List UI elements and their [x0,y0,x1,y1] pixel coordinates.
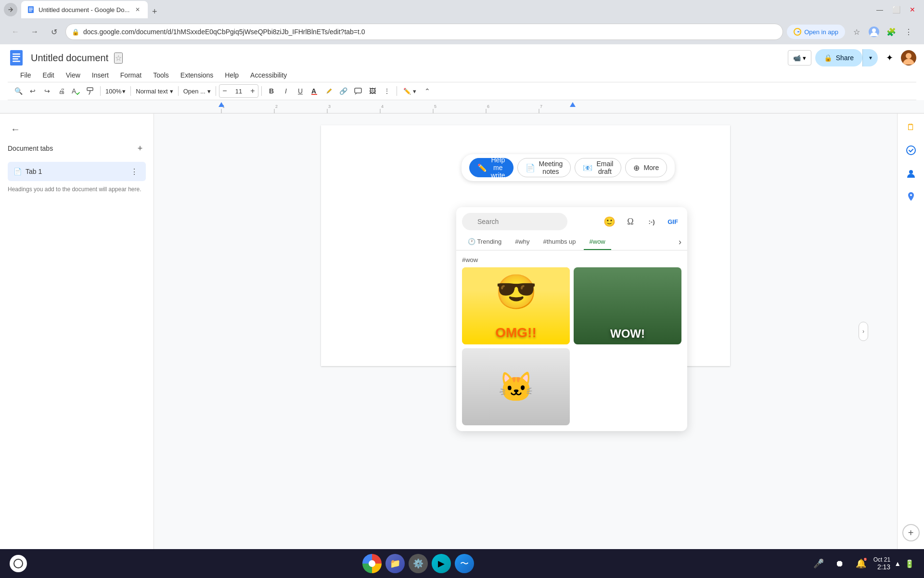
search-toolbar-button[interactable]: 🔍 [12,84,25,98]
browser-tab-active[interactable]: Untitled document - Google Do... ✕ [21,1,148,18]
record-button[interactable]: ⏺ [831,555,848,572]
wow-tab[interactable]: #wow [584,234,611,250]
italic-button[interactable]: I [279,84,293,98]
add-panel-button[interactable]: + [902,524,920,541]
sidebar-back-button[interactable]: ← [8,121,23,137]
menu-view[interactable]: View [61,69,85,81]
emoji-search-input[interactable] [462,213,567,230]
underline-button[interactable]: U [294,84,307,98]
style-selector[interactable]: Normal text ▾ [134,84,175,98]
analytics-taskbar-button[interactable]: 〜 [455,554,474,573]
menu-insert[interactable]: Insert [87,69,114,81]
taskbar-left [10,555,27,572]
chrome-menu-button[interactable]: ⋮ [901,24,916,39]
more-templates-button[interactable]: ⊕ More [625,158,667,177]
user-avatar-button[interactable] [901,50,916,66]
gif-category-button[interactable]: GIF [664,213,681,230]
more-toolbar-button[interactable]: ⋮ [380,84,394,98]
share-dropdown-button[interactable]: ▾ [862,49,878,66]
menu-extensions[interactable]: Extensions [176,69,218,81]
tab-close-button[interactable]: ✕ [133,5,142,14]
document-tab-1[interactable]: 📄 Tab 1 ⋮ [8,162,146,181]
gif-item-wow[interactable]: WOW! [574,267,681,344]
recent-tabs-button[interactable] [4,3,17,16]
more-categories-button[interactable]: › [679,237,681,247]
settings-taskbar-button[interactable]: ⚙️ [409,554,428,573]
add-comment-button[interactable] [351,84,365,98]
extensions-button[interactable]: 🧩 [884,24,899,39]
zoom-selector[interactable]: 100% ▾ [103,84,128,98]
forward-button[interactable]: → [27,24,42,39]
meeting-notes-button[interactable]: 📄 Meeting notes [517,158,571,177]
tasks-panel-button[interactable] [901,141,921,160]
video-call-button[interactable]: 📹 ▾ [788,50,811,66]
gif-item-omg[interactable]: 😎 OMG!! [462,267,570,344]
maximize-button[interactable]: ⬜ [888,2,904,17]
text-color-button[interactable]: A [308,84,321,98]
menu-tools[interactable]: Tools [148,69,174,81]
notes-icon: 🗒 [907,122,915,132]
help-me-write-button[interactable]: ✏️ Help me write [469,158,513,177]
files-taskbar-button[interactable]: 📁 [385,554,405,573]
profile-button[interactable] [866,24,882,39]
svg-rect-1 [29,8,33,9]
maps-panel-button[interactable] [901,187,921,206]
font-size-increase-button[interactable]: + [247,84,258,98]
font-size-decrease-button[interactable]: − [219,84,230,98]
window-controls-right: — ⬜ ✕ [872,2,920,17]
redo-button[interactable]: ↪ [40,84,54,98]
link-button[interactable]: 🔗 [337,84,350,98]
why-tab[interactable]: #why [509,234,535,250]
back-button[interactable]: ← [8,24,23,39]
collapse-toolbar-button[interactable]: ⌃ [421,84,434,98]
menu-help[interactable]: Help [220,69,244,81]
menu-file[interactable]: File [15,69,36,81]
home-button[interactable] [10,555,27,572]
taskbar: 📁 ⚙️ ▶ 〜 🎤 ⏺ 🔔 [0,549,924,578]
minimize-button[interactable]: — [872,2,887,17]
svg-text:5: 5 [434,104,436,109]
expand-panel-button[interactable]: › [859,322,868,341]
contacts-panel-button[interactable] [901,164,921,183]
tab-menu-button[interactable]: ⋮ [128,166,140,177]
highlight-button[interactable] [322,84,336,98]
spell-check-button[interactable]: A [69,84,83,98]
reload-button[interactable]: ↺ [46,24,62,39]
notes-panel-button[interactable]: 🗒 [901,118,921,137]
chevron-down-icon: ▾ [413,88,416,95]
new-tab-button[interactable]: + [148,5,161,18]
font-selector[interactable]: Open ... ▾ [181,84,213,98]
document-canvas[interactable]: ✏️ Help me write 📄 Meeting notes 📧 Email… [154,114,897,549]
print-button[interactable]: 🖨 [55,84,68,98]
thumbs-up-tab[interactable]: #thumbs up [538,234,582,250]
add-tab-button[interactable]: + [134,143,146,154]
trending-tab[interactable]: 🕐 Trending [462,234,507,250]
open-in-app-button[interactable]: Open in app [787,25,845,39]
editing-mode-button[interactable]: ✏️ ▾ [400,84,420,98]
toolbar-separator-6 [397,86,397,96]
share-button[interactable]: 🔒 Share [815,49,862,66]
menu-accessibility[interactable]: Accessibility [245,69,292,81]
play-store-taskbar-button[interactable]: ▶ [432,554,451,573]
emoji-category-button[interactable]: 🙂 [601,213,618,230]
tab-icon: 📄 [13,168,22,175]
chrome-taskbar-button[interactable] [362,554,382,573]
undo-button[interactable]: ↩ [26,84,39,98]
mic-button[interactable]: 🎤 [810,555,827,572]
emoticons-category-button[interactable]: :-) [643,213,660,230]
bold-button[interactable]: B [265,84,278,98]
gif-item-cat2[interactable]: 🐱 [462,348,570,425]
close-button[interactable]: ✕ [905,2,920,17]
font-size-input[interactable] [230,88,247,95]
menu-format[interactable]: Format [116,69,146,81]
symbols-category-button[interactable]: Ω [622,213,639,230]
format-toolbar: 🔍 ↩ ↪ 🖨 A 100% [8,82,916,100]
insert-image-button[interactable]: 🖼 [366,84,379,98]
url-bar[interactable]: 🔒 docs.google.com/document/d/1hMSxxdeE0q… [65,24,783,40]
star-button[interactable]: ☆ [114,53,123,64]
email-draft-button[interactable]: 📧 Email draft [575,158,621,177]
menu-edit[interactable]: Edit [38,69,59,81]
paint-format-button[interactable] [84,84,97,98]
gemini-button[interactable]: ✦ [882,50,897,66]
bookmark-button[interactable]: ☆ [849,24,864,39]
